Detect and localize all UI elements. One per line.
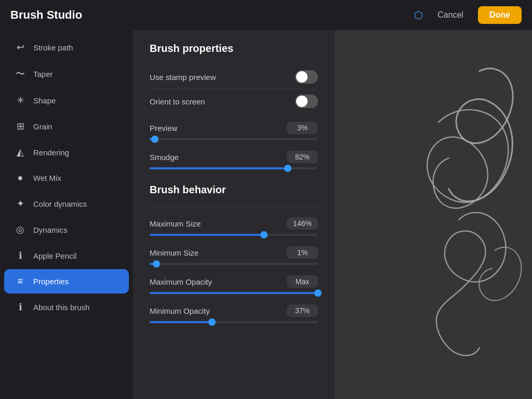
sidebar-item-color-dynamics[interactable]: ✦Color dynamics xyxy=(4,191,129,216)
wet-mix-icon: ● xyxy=(15,172,26,183)
about-icon: ℹ xyxy=(15,301,26,313)
minimum-opacity-track[interactable] xyxy=(150,321,318,323)
toggle-row-orient-to-screen: Orient to screen xyxy=(150,89,318,113)
sidebar-item-rendering[interactable]: ◭Rendering xyxy=(4,140,129,165)
minimum-opacity-label: Minimum Opacity xyxy=(150,307,210,315)
preview-value: 3% xyxy=(287,122,318,134)
sidebar-item-taper[interactable]: 〜Taper xyxy=(4,61,129,87)
smudge-label: Smudge xyxy=(150,153,179,162)
smudge-thumb[interactable] xyxy=(284,165,291,172)
sidebar-item-stroke-path[interactable]: ↩Stroke path xyxy=(4,35,129,60)
maximum-opacity-label: Maximum Opacity xyxy=(150,277,212,286)
sidebar-item-properties[interactable]: ≡Properties xyxy=(4,269,129,294)
properties-label: Properties xyxy=(33,277,69,286)
stroke-path-label: Stroke path xyxy=(33,43,73,52)
toggle-row-use-stamp-preview: Use stamp preview xyxy=(150,65,318,89)
taper-label: Taper xyxy=(33,70,53,78)
prop-row-smudge: Smudge82% xyxy=(150,151,318,169)
use-stamp-preview-toggle[interactable] xyxy=(295,70,318,84)
minimum-size-value: 1% xyxy=(287,246,318,259)
edit-icon[interactable]: ⬡ xyxy=(414,9,423,21)
apple-pencil-icon: ℹ xyxy=(15,250,26,261)
prop-header-maximum-size: Maximum Size146% xyxy=(150,217,318,230)
shape-icon: ✳ xyxy=(15,95,26,106)
shape-label: Shape xyxy=(33,96,56,105)
maximum-opacity-track[interactable] xyxy=(150,292,318,294)
done-button[interactable]: Done xyxy=(478,6,522,24)
prop-row-minimum-size: Minimum Size1% xyxy=(150,246,318,265)
preview-track[interactable] xyxy=(150,138,318,140)
sidebar: ↩Stroke path〜Taper✳Shape⊞Grain◭Rendering… xyxy=(0,30,133,399)
smudge-fill xyxy=(150,167,288,169)
minimum-size-thumb[interactable] xyxy=(153,260,160,268)
rendering-icon: ◭ xyxy=(15,147,26,158)
minimum-opacity-fill xyxy=(150,321,212,323)
maximum-size-fill xyxy=(150,234,264,236)
behavior-sliders-container: Maximum Size146%Minimum Size1%Maximum Op… xyxy=(150,217,318,323)
prop-header-minimum-size: Minimum Size1% xyxy=(150,246,318,259)
color-dynamics-icon: ✦ xyxy=(15,198,26,209)
about-label: About this brush xyxy=(33,303,89,312)
properties-icon: ≡ xyxy=(15,276,26,287)
prop-sliders-container: Preview3%Smudge82% xyxy=(150,122,318,169)
orient-to-screen-label: Orient to screen xyxy=(150,97,205,106)
prop-row-maximum-opacity: Maximum OpacityMax xyxy=(150,275,318,294)
orient-to-screen-toggle[interactable] xyxy=(295,95,318,108)
apple-pencil-label: Apple Pencil xyxy=(33,251,76,260)
stroke-path-icon: ↩ xyxy=(15,42,26,53)
color-dynamics-label: Color dynamics xyxy=(33,200,87,208)
sidebar-item-grain[interactable]: ⊞Grain xyxy=(4,114,129,139)
brush-behavior-title: Brush behavior xyxy=(150,184,318,196)
maximum-opacity-value: Max xyxy=(287,275,318,288)
sidebar-item-about[interactable]: ℹAbout this brush xyxy=(4,295,129,320)
prop-header-maximum-opacity: Maximum OpacityMax xyxy=(150,275,318,288)
use-stamp-preview-label: Use stamp preview xyxy=(150,73,216,82)
sidebar-item-wet-mix[interactable]: ●Wet Mix xyxy=(4,166,129,190)
preview-label: Preview xyxy=(150,124,177,132)
toggles-container: Use stamp previewOrient to screen xyxy=(150,65,318,113)
header-actions: ⬡ Cancel Done xyxy=(414,6,522,24)
maximum-opacity-fill xyxy=(150,292,318,294)
preview-thumb[interactable] xyxy=(151,136,158,143)
maximum-size-value: 146% xyxy=(287,217,318,230)
sidebar-item-apple-pencil[interactable]: ℹApple Pencil xyxy=(4,243,129,268)
brush-preview xyxy=(335,30,532,399)
sidebar-item-shape[interactable]: ✳Shape xyxy=(4,88,129,113)
prop-row-preview: Preview3% xyxy=(150,122,318,140)
grain-icon: ⊞ xyxy=(15,121,26,132)
prop-header-smudge: Smudge82% xyxy=(150,151,318,163)
prop-header-minimum-opacity: Minimum Opacity37% xyxy=(150,304,318,317)
smudge-track[interactable] xyxy=(150,167,318,169)
brush-properties-title: Brush properties xyxy=(150,43,318,55)
content-area: Brush properties Use stamp previewOrient… xyxy=(133,30,335,399)
divider xyxy=(150,206,318,207)
sidebar-item-dynamics[interactable]: ◎Dynamics xyxy=(4,217,129,242)
taper-icon: 〜 xyxy=(15,68,26,80)
main-layout: ↩Stroke path〜Taper✳Shape⊞Grain◭Rendering… xyxy=(0,30,532,399)
header: Brush Studio ⬡ Cancel Done xyxy=(0,0,532,30)
maximum-size-label: Maximum Size xyxy=(150,219,201,228)
prop-row-maximum-size: Maximum Size146% xyxy=(150,217,318,236)
cancel-button[interactable]: Cancel xyxy=(431,7,470,23)
grain-label: Grain xyxy=(33,122,52,131)
maximum-opacity-thumb[interactable] xyxy=(314,289,322,297)
dynamics-icon: ◎ xyxy=(15,224,26,235)
smudge-value: 82% xyxy=(287,151,318,163)
minimum-size-track[interactable] xyxy=(150,263,318,265)
minimum-opacity-value: 37% xyxy=(287,304,318,317)
maximum-size-track[interactable] xyxy=(150,234,318,236)
minimum-size-label: Minimum Size xyxy=(150,248,198,257)
rendering-label: Rendering xyxy=(33,148,69,157)
wet-mix-label: Wet Mix xyxy=(33,174,61,182)
prop-row-minimum-opacity: Minimum Opacity37% xyxy=(150,304,318,323)
minimum-opacity-thumb[interactable] xyxy=(208,318,216,326)
app-title: Brush Studio xyxy=(10,8,82,22)
prop-header-preview: Preview3% xyxy=(150,122,318,134)
maximum-size-thumb[interactable] xyxy=(260,231,268,238)
dynamics-label: Dynamics xyxy=(33,225,68,234)
